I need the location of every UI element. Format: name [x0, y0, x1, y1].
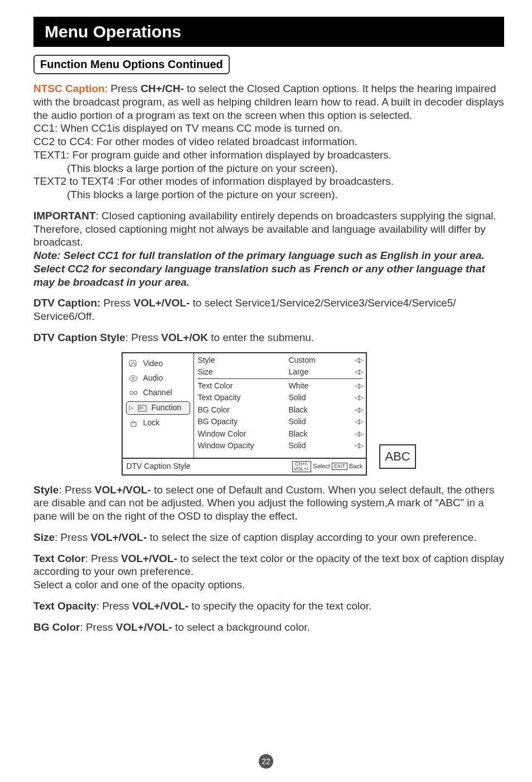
triangle-icon: ▷: [129, 404, 133, 412]
setting-key: Size: [197, 367, 275, 377]
osd-settings: StyleCustom◁▷ SizeLarge◁▷ Text ColorWhit…: [194, 353, 366, 458]
ntsc-label: NTSC Caption: [33, 83, 105, 94]
arrows-icon: ◁▷: [346, 394, 362, 402]
key-volvol: VOL+/VOL-: [132, 600, 188, 612]
text: : Press: [80, 621, 115, 633]
setting-value: Custom: [288, 356, 333, 366]
setting-row: SizeLarge◁▷: [197, 366, 362, 379]
text: : Press: [55, 531, 90, 543]
key-volvol: VOL+/VOL-: [90, 531, 147, 543]
cc2-line: CC2 to CC4: For other modes of video rel…: [33, 136, 357, 147]
setting-row: StyleCustom◁▷: [197, 354, 362, 367]
setting-row: Text ColorWhite◁▷: [197, 380, 362, 392]
arrows-icon: ◁▷: [346, 382, 362, 390]
dtv-caption-paragraph: DTV Caption: Press VOL+/VOL- to select S…: [33, 296, 504, 323]
setting-key: Window Opacity: [197, 441, 275, 451]
key-volvol: VOL+/VOL-: [116, 621, 172, 633]
dtv-style-paragraph: DTV Caption Style: Press VOL+/OK to ente…: [33, 331, 504, 344]
tab-channel: Channel: [126, 387, 190, 399]
setting-value: Solid: [288, 441, 333, 451]
text1-line: TEXT1: For program guide and other infor…: [33, 149, 391, 161]
important-paragraph: IMPORTANT: Closed captioning availabilit…: [33, 209, 504, 289]
setting-row: Window OpacitySolid◁▷: [197, 440, 362, 452]
arrows-icon: ◁▷: [346, 356, 362, 364]
setting-key: Window Color: [197, 429, 275, 439]
tab-label: Lock: [143, 418, 159, 428]
setting-row: BG ColorBlack◁▷: [197, 404, 362, 416]
audio-icon: [128, 373, 139, 383]
key-volok: VOL+/OK: [161, 332, 208, 343]
setting-key: Text Opacity: [197, 393, 275, 403]
tab-audio: Audio: [126, 372, 190, 385]
arrows-icon: ◁▷: [346, 430, 362, 438]
tab-label: Channel: [143, 388, 172, 398]
dtv-style-label: DTV Caption Style: [33, 332, 125, 343]
setting-value: Black: [288, 405, 333, 415]
ntsc-paragraph: NTSC Caption: Press CH+/CH- to select th…: [33, 82, 504, 202]
textopacity-label: Text Opacity: [33, 600, 96, 612]
setting-key: Style: [197, 356, 275, 366]
key-volvol: VOL+/VOL-: [121, 553, 177, 564]
setting-value: Black: [288, 429, 333, 439]
arrows-icon: ◁▷: [346, 418, 362, 426]
text: to select a background color.: [172, 621, 310, 633]
text: Press: [100, 297, 133, 309]
title-bar: Menu Operations: [33, 17, 504, 47]
footer-select-label: Select: [313, 463, 330, 471]
tab-label: Audio: [143, 373, 163, 383]
tab-function: ▷ Function: [126, 401, 190, 415]
text: : Press: [96, 600, 132, 612]
text: : Press: [59, 484, 94, 496]
setting-value: Solid: [288, 393, 333, 403]
svg-point-2: [132, 377, 134, 380]
setting-row: Window ColorBlack◁▷: [197, 428, 362, 440]
textopacity-paragraph: Text Opacity: Press VOL+/VOL- to specify…: [33, 599, 504, 613]
svg-point-4: [134, 391, 137, 395]
exit-key-icon: EXIT: [332, 463, 347, 470]
chvol-key-icon: CH+/-VOL+/-: [292, 461, 312, 472]
svg-point-1: [129, 376, 137, 381]
setting-value: Solid: [288, 417, 333, 427]
dtv-caption-label: DTV Caption:: [33, 297, 100, 309]
important-label: IMPORTANT: [33, 210, 96, 222]
arrows-icon: ◁▷: [346, 442, 362, 450]
subtitle-box: Function Menu Options Continued: [33, 55, 230, 74]
tab-label: Function: [151, 403, 181, 413]
osd-tabs: Video Audio Channel: [123, 353, 194, 458]
channel-icon: [128, 388, 139, 398]
bgcolor-label: BG Color: [33, 621, 80, 633]
footer-title: DTV Caption Style: [126, 462, 190, 472]
text: to enter the submenu.: [208, 332, 314, 343]
setting-row: Text OpacitySolid◁▷: [197, 392, 362, 404]
textcolor-paragraph: Text Color: Press VOL+/VOL- to select th…: [33, 552, 504, 592]
setting-key: BG Color: [197, 405, 275, 415]
setting-value: Large: [288, 367, 333, 377]
text: : Press: [105, 83, 141, 94]
svg-rect-5: [138, 405, 146, 411]
svg-rect-6: [131, 423, 136, 426]
text: to specify the opacity for the text colo…: [188, 600, 371, 612]
lock-icon: [128, 418, 139, 428]
video-icon: [128, 359, 139, 369]
text: : Press: [85, 553, 121, 564]
abc-preview: ABC: [379, 444, 415, 469]
osd-wrap: Video Audio Channel: [33, 352, 504, 476]
key-chch: CH+/CH-: [141, 83, 184, 94]
important-text: : Closed captioning availability entirel…: [33, 210, 496, 248]
textcolor-label: Text Color: [33, 553, 85, 564]
key-volvol: VOL+/VOL-: [95, 484, 151, 496]
function-icon: [137, 403, 148, 413]
text1-note: (This blocks a large portion of the pict…: [33, 162, 504, 175]
page-number: 22: [259, 754, 273, 769]
footer-controls: CH+/-VOL+/- Select EXIT Back: [292, 461, 363, 472]
setting-key: Text Color: [197, 381, 275, 391]
svg-point-3: [130, 391, 133, 395]
text: to select the size of caption display ac…: [147, 531, 476, 543]
text: Service6/Off.: [33, 310, 94, 322]
text2-note: (This blocks a large portion of the pict…: [33, 188, 504, 202]
text: Select a color and one of the opacity op…: [33, 579, 245, 591]
tab-label: Video: [143, 359, 163, 369]
osd-menu: Video Audio Channel: [122, 352, 367, 476]
important-note: Note: Select CC1 for full translation of…: [33, 250, 485, 288]
bgcolor-paragraph: BG Color: Press VOL+/VOL- to select a ba…: [33, 621, 504, 634]
